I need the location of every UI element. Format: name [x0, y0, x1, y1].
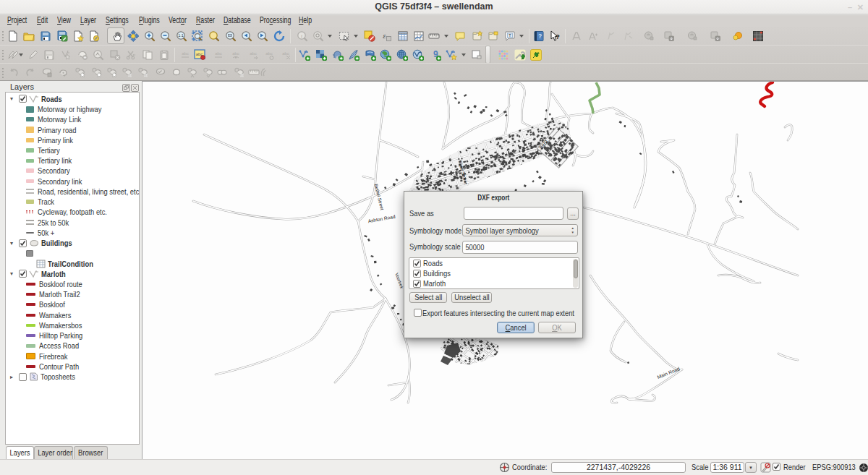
- svg-text:abc: abc: [232, 51, 239, 56]
- svg-text:abc: abc: [250, 51, 257, 56]
- svg-text:ε: ε: [383, 31, 386, 40]
- svg-text:abc: abc: [282, 51, 289, 56]
- svg-text:1:1: 1:1: [178, 33, 184, 38]
- svg-text:abc: abc: [182, 51, 189, 56]
- svg-text:Bethel Street: Bethel Street: [374, 184, 386, 211]
- svg-text:abc: abc: [265, 51, 273, 56]
- svg-text:Voortrek: Voortrek: [394, 273, 404, 290]
- svg-text:i: i: [301, 33, 302, 39]
- svg-text:?: ?: [556, 33, 560, 40]
- svg-text:?: ?: [538, 33, 542, 40]
- svg-text:Ashton Road: Ashton Road: [367, 214, 396, 224]
- svg-text:abc: abc: [215, 51, 222, 56]
